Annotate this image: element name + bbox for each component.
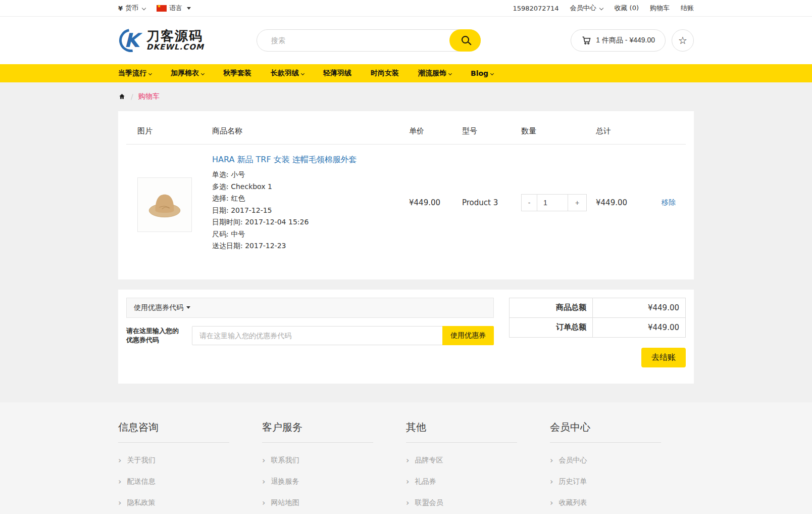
site-logo[interactable]: K 刀客源码 DKEWL.COM [118, 27, 204, 54]
home-icon[interactable] [118, 93, 126, 100]
footer-col-other: 其他 ›品牌专区 ›礼品券 ›联盟会员 ›特别优惠 [406, 420, 550, 514]
chevron-right-icon: › [118, 457, 121, 464]
footer-col-title: 会员中心 [550, 420, 661, 443]
wishlist-link[interactable]: 收藏 (0) [614, 4, 639, 13]
footer-link-order-history[interactable]: ›历史订单 [550, 477, 694, 486]
main-nav: 当季流行 加厚棉衣 秋季套装 长款羽绒 轻薄羽绒 时尚女装 潮流服饰 Blog [0, 64, 812, 82]
product-option: 选择: 红色 [212, 193, 409, 204]
coupon-toggle[interactable]: 使用优惠券代码 [126, 298, 494, 318]
footer-link-affiliates[interactable]: ›联盟会员 [406, 498, 550, 507]
nav-item-fashion-women[interactable]: 时尚女装 [371, 69, 399, 78]
caret-down-icon [186, 306, 190, 309]
summary-card: 使用优惠券代码 请在这里输入您的优惠券代码 使用优惠券 商品总额 ¥449.00 [118, 290, 694, 384]
search-icon [462, 36, 469, 43]
quantity-increase-button[interactable]: + [568, 194, 587, 211]
coupon-panel: 使用优惠券代码 请在这里输入您的优惠券代码 使用优惠券 [126, 298, 494, 345]
cart-link[interactable]: 购物车 [650, 4, 670, 13]
nav-item-thick-coats[interactable]: 加厚棉衣 [171, 69, 204, 78]
footer: 信息咨询 ›关于我们 ›配送信息 ›隐私政策 ›使用条款 客户服务 ›联系我们 … [0, 402, 812, 514]
star-icon: ☆ [678, 34, 687, 46]
product-option: 尺码: 中号 [212, 229, 409, 240]
product-option: 多选: Checkbox 1 [212, 181, 409, 192]
product-model: Product 3 [462, 145, 521, 271]
remove-item-link[interactable]: 移除 [662, 198, 676, 206]
phone-number: 15982072714 [513, 5, 559, 12]
chevron-down-icon [301, 71, 304, 75]
product-name-link[interactable]: HARA 新品 TRF 女装 连帽毛领棉服外套 [212, 155, 357, 164]
nav-item-long-down[interactable]: 长款羽绒 [271, 69, 304, 78]
footer-link-delivery[interactable]: ›配送信息 [118, 477, 262, 486]
currency-symbol: ¥ [118, 5, 123, 12]
checkout-link[interactable]: 结账 [681, 4, 694, 13]
footer-link-sitemap[interactable]: ›网站地图 [262, 498, 406, 507]
footer-col-info: 信息咨询 ›关于我们 ›配送信息 ›隐私政策 ›使用条款 [118, 420, 262, 514]
logo-text-en: DKEWL.COM [146, 42, 204, 52]
chevron-right-icon: › [262, 499, 265, 506]
wishlist-button[interactable]: ☆ [672, 29, 694, 52]
search-input[interactable] [257, 29, 481, 52]
footer-link-brands[interactable]: ›品牌专区 [406, 456, 550, 465]
footer-link-account[interactable]: ›会员中心 [550, 456, 694, 465]
unit-price: ¥449.00 [409, 145, 462, 271]
search-button[interactable] [449, 29, 481, 52]
col-header-total: 总计 [596, 119, 662, 145]
member-center-menu[interactable]: 会员中心 [570, 4, 603, 13]
order-total-label: 订单总额 [510, 317, 593, 337]
col-header-model: 型号 [462, 119, 521, 145]
coupon-code-input[interactable] [192, 326, 443, 345]
chevron-right-icon: › [262, 478, 265, 485]
checkout-button[interactable]: 去结账 [641, 348, 686, 367]
product-option: 送达日期: 2017-12-23 [212, 241, 409, 251]
chevron-right-icon: › [406, 478, 409, 485]
footer-link-about[interactable]: ›关于我们 [118, 456, 262, 465]
nav-item-trendy[interactable]: 潮流服饰 [418, 69, 451, 78]
nav-item-light-down[interactable]: 轻薄羽绒 [323, 69, 351, 78]
subtotal-value: ¥449.00 [593, 298, 686, 317]
caret-down-icon [187, 7, 191, 10]
apply-coupon-button[interactable]: 使用优惠券 [442, 326, 494, 345]
chevron-right-icon: › [118, 478, 121, 485]
topbar: ¥ 货币 ★ 语言 15982072714 会员中心 收藏 (0) 购物车 [0, 0, 812, 17]
quantity-stepper: - + [521, 194, 596, 211]
cart-summary-button[interactable]: 1 件商品 - ¥449.00 [571, 29, 666, 52]
order-totals: 商品总额 ¥449.00 订单总额 ¥449.00 去结账 [509, 298, 686, 367]
chevron-right-icon: › [550, 499, 553, 506]
footer-col-title: 客户服务 [262, 420, 373, 443]
quantity-decrease-button[interactable]: - [521, 194, 537, 211]
language-selector[interactable]: ★ 语言 [157, 4, 191, 13]
nav-item-autumn-sets[interactable]: 秋季套装 [223, 69, 251, 78]
nav-item-blog[interactable]: Blog [471, 69, 493, 77]
logo-icon: K [118, 27, 144, 54]
search-bar [257, 29, 481, 52]
cart-row: HARA 新品 TRF 女装 连帽毛领棉服外套 单选: 小号 多选: Check… [126, 145, 686, 271]
chevron-right-icon: › [550, 478, 553, 485]
chevron-right-icon: › [550, 457, 553, 464]
footer-link-privacy[interactable]: ›隐私政策 [118, 498, 262, 507]
cart-icon [581, 35, 591, 45]
nav-item-seasonal[interactable]: 当季流行 [118, 69, 151, 78]
footer-link-wishlist[interactable]: ›收藏列表 [550, 498, 694, 507]
logo-text-cn: 刀客源码 [146, 29, 204, 42]
quantity-input[interactable] [537, 194, 568, 211]
footer-col-account: 会员中心 ›会员中心 ›历史订单 ›收藏列表 ›订阅咨询 [550, 420, 694, 514]
col-header-price: 单价 [409, 119, 462, 145]
footer-col-title: 信息咨询 [118, 420, 229, 443]
cart-table-card: 图片 商品名称 单价 型号 数量 总计 [118, 111, 694, 279]
chevron-right-icon: › [262, 457, 265, 464]
currency-label: 货币 [125, 4, 138, 13]
col-header-name: 商品名称 [212, 119, 409, 145]
order-total-value: ¥449.00 [593, 317, 686, 337]
chevron-down-icon [142, 6, 146, 10]
product-image[interactable] [137, 177, 192, 232]
footer-link-returns[interactable]: ›退换服务 [262, 477, 406, 486]
footer-col-service: 客户服务 ›联系我们 ›退换服务 ›网站地图 [262, 420, 406, 514]
chevron-down-icon [490, 71, 494, 75]
chevron-down-icon [448, 71, 452, 75]
footer-link-contact[interactable]: ›联系我们 [262, 456, 406, 465]
footer-link-gift-vouchers[interactable]: ›礼品券 [406, 477, 550, 486]
currency-selector[interactable]: ¥ 货币 [118, 4, 145, 13]
chevron-down-icon [599, 6, 603, 10]
cart-summary-text: 1 件商品 - ¥449.00 [596, 36, 655, 45]
breadcrumb-current[interactable]: 购物车 [138, 92, 160, 101]
chevron-right-icon: › [118, 499, 121, 506]
